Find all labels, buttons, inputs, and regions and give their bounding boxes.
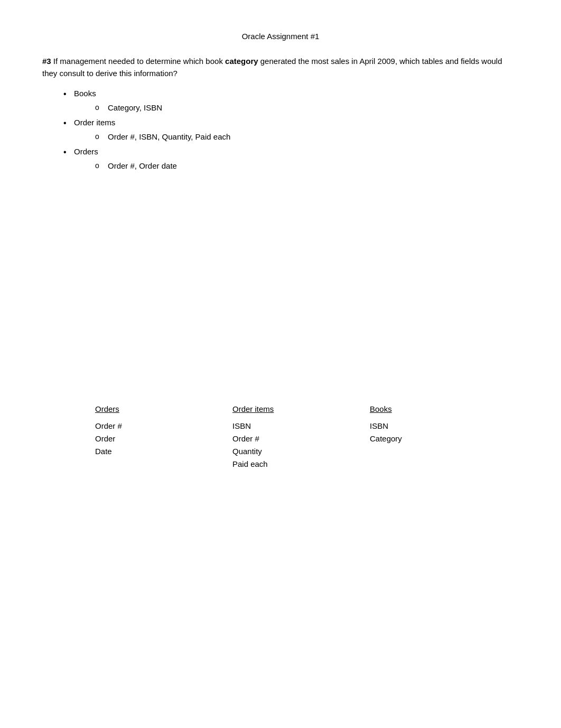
question-text: #3 If management needed to determine whi… xyxy=(42,56,519,79)
question-text-part1: If management needed to determine which … xyxy=(53,57,225,66)
question-number: #3 xyxy=(42,57,51,66)
sub-list-item: Order #, ISBN, Quantity, Paid each xyxy=(95,131,519,143)
sub-list-item-text: Category, ISBN xyxy=(108,103,162,112)
sub-list: Category, ISBN xyxy=(95,102,519,114)
table-order-items-header: Order items xyxy=(232,404,338,413)
field-item: Order # xyxy=(95,420,201,432)
sub-list-item-text: Order #, ISBN, Quantity, Paid each xyxy=(108,132,230,141)
table-books-fields: ISBN Category xyxy=(370,420,475,445)
sub-list-item-text: Order #, Order date xyxy=(108,161,177,170)
field-item: Date xyxy=(95,445,201,458)
field-item: Paid each xyxy=(232,458,338,471)
field-item: Category xyxy=(370,432,475,445)
list-item: Order items Order #, ISBN, Quantity, Pai… xyxy=(63,117,519,143)
field-item: Order # xyxy=(232,432,338,445)
page: Oracle Assignment #1 #3 If management ne… xyxy=(0,0,561,728)
list-item-label: Orders xyxy=(74,147,98,156)
table-orders-fields: Order # Order Date xyxy=(95,420,201,458)
sub-list: Order #, ISBN, Quantity, Paid each xyxy=(95,131,519,143)
tables-section: Orders Order # Order Date Order items IS… xyxy=(95,404,519,471)
list-item-label: Books xyxy=(74,89,96,98)
table-books: Books ISBN Category xyxy=(370,404,475,471)
table-orders: Orders Order # Order Date xyxy=(95,404,201,471)
field-item: ISBN xyxy=(370,420,475,432)
sub-list-item: Order #, Order date xyxy=(95,160,519,172)
list-item: Books Category, ISBN xyxy=(63,88,519,114)
table-orders-header: Orders xyxy=(95,404,201,413)
table-order-items-fields: ISBN Order # Quantity Paid each xyxy=(232,420,338,471)
field-item: Order xyxy=(95,432,201,445)
sub-list: Order #, Order date xyxy=(95,160,519,172)
bullet-list: Books Category, ISBN Order items Order #… xyxy=(63,88,519,172)
field-item: ISBN xyxy=(232,420,338,432)
table-order-items: Order items ISBN Order # Quantity Paid e… xyxy=(232,404,338,471)
question-bold-word: category xyxy=(225,57,258,66)
list-item-label: Order items xyxy=(74,118,115,127)
question-block: #3 If management needed to determine whi… xyxy=(42,56,519,172)
sub-list-item: Category, ISBN xyxy=(95,102,519,114)
table-books-header: Books xyxy=(370,404,475,413)
field-item: Quantity xyxy=(232,445,338,458)
page-title: Oracle Assignment #1 xyxy=(42,32,519,41)
list-item: Orders Order #, Order date xyxy=(63,146,519,172)
